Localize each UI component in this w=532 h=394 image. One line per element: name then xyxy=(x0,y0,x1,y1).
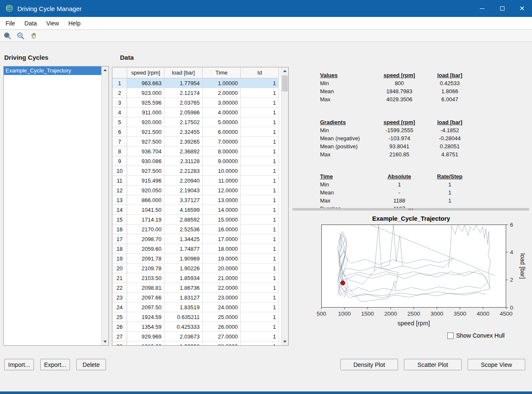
table-row[interactable]: 1963.6631.779541.000001 xyxy=(112,78,281,88)
row-number[interactable]: 22 xyxy=(112,283,127,293)
table-cell[interactable]: 16.0000 xyxy=(203,225,241,234)
table-cell[interactable]: 1.86736 xyxy=(164,283,203,293)
row-number[interactable]: 9 xyxy=(112,156,127,166)
table-row[interactable]: 10927.5002.2128310.00001 xyxy=(112,166,281,176)
table-cell[interactable]: 1 xyxy=(241,234,279,244)
table-cell[interactable]: 1.83127 xyxy=(164,293,203,302)
table-cell[interactable]: 1.77954 xyxy=(164,78,203,88)
table-cell[interactable]: 1 xyxy=(241,273,279,283)
table-row[interactable]: 281019.001.9999628.00001 xyxy=(112,341,281,345)
zoom-out-button[interactable] xyxy=(15,31,25,41)
table-cell[interactable]: 1 xyxy=(241,205,279,215)
table-row[interactable]: 8936.7042.368928.000001 xyxy=(112,147,281,156)
table-cell[interactable]: 1.85934 xyxy=(164,273,203,283)
table-cell[interactable]: 2097.50 xyxy=(127,302,164,312)
scroll-thumb[interactable] xyxy=(282,75,288,92)
import-button[interactable]: Import... xyxy=(4,359,34,370)
table-cell[interactable]: 1 xyxy=(241,244,279,254)
table-cell[interactable]: 2097.66 xyxy=(127,293,164,302)
table-cell[interactable]: 9.00000 xyxy=(203,156,241,166)
table-cell[interactable]: 1 xyxy=(241,78,279,88)
table-cell[interactable]: 1.83519 xyxy=(164,302,203,312)
table-cell[interactable]: 911.000 xyxy=(127,108,164,117)
row-number[interactable]: 3 xyxy=(112,98,127,108)
table-row[interactable]: 27929.9692.0367327.00001 xyxy=(112,332,281,341)
table-cell[interactable]: 915.496 xyxy=(127,176,164,186)
table-cell[interactable]: 17.0000 xyxy=(203,234,241,244)
row-number[interactable]: 21 xyxy=(112,273,127,283)
row-number[interactable]: 26 xyxy=(112,322,127,332)
table-cell[interactable]: 920.000 xyxy=(127,117,164,127)
table-cell[interactable]: 1019.00 xyxy=(127,341,164,345)
table-cell[interactable]: 0.425333 xyxy=(164,322,203,332)
table-cell[interactable]: 1.90969 xyxy=(164,254,203,264)
table-row[interactable]: 11915.4962.2094011.00001 xyxy=(112,176,281,186)
row-number[interactable]: 20 xyxy=(112,264,127,273)
table-cell[interactable]: 929.969 xyxy=(127,332,164,341)
table-cell[interactable]: 1 xyxy=(241,117,279,127)
row-number[interactable]: 18 xyxy=(112,244,127,254)
table-cell[interactable]: 927.500 xyxy=(127,137,164,147)
table-cell[interactable]: 6.00000 xyxy=(203,127,241,137)
table-cell[interactable]: 2.19043 xyxy=(164,186,203,195)
row-number[interactable]: 11 xyxy=(112,176,127,186)
table-cell[interactable]: 2.36892 xyxy=(164,147,203,156)
table-cell[interactable]: 2.32455 xyxy=(164,127,203,137)
table-cell[interactable]: 923.000 xyxy=(127,88,164,98)
row-number[interactable]: 16 xyxy=(112,225,127,234)
table-cell[interactable]: 930.086 xyxy=(127,156,164,166)
table-cell[interactable]: 26.0000 xyxy=(203,322,241,332)
row-number[interactable]: 27 xyxy=(112,332,127,341)
row-number[interactable]: 28 xyxy=(112,341,127,345)
table-cell[interactable]: 5.00000 xyxy=(203,117,241,127)
maximize-button[interactable] xyxy=(492,0,512,17)
table-cell[interactable]: 18.0000 xyxy=(203,244,241,254)
list-item[interactable]: Example_Cycle_Trajectory xyxy=(4,67,101,75)
row-number[interactable]: 13 xyxy=(112,195,127,205)
table-row[interactable]: 182059.601.7487718.00001 xyxy=(112,244,281,254)
table-cell[interactable]: 2059.60 xyxy=(127,244,164,254)
table-cell[interactable]: 1714.19 xyxy=(127,215,164,225)
density-plot-button[interactable]: Density Plot xyxy=(340,359,398,370)
table-cell[interactable]: 14.0000 xyxy=(203,205,241,215)
table-cell[interactable]: 1.34425 xyxy=(164,234,203,244)
table-row[interactable]: 222098.811.8673622.00001 xyxy=(112,283,281,293)
close-button[interactable]: ✕ xyxy=(512,0,532,17)
table-row[interactable]: 151714.192.8859215.00001 xyxy=(112,215,281,225)
row-number[interactable]: 19 xyxy=(112,254,127,264)
row-number[interactable]: 7 xyxy=(112,137,127,147)
splitter-handle[interactable] xyxy=(292,208,529,211)
menu-help[interactable]: Help xyxy=(64,18,85,29)
zoom-in-button[interactable] xyxy=(2,31,12,41)
table-cell[interactable]: 1041.50 xyxy=(127,205,164,215)
scope-view-button[interactable]: Scope View xyxy=(468,359,525,370)
table-cell[interactable]: 1 xyxy=(241,215,279,225)
table-cell[interactable]: 1 xyxy=(241,312,279,322)
table-cell[interactable]: 2098.70 xyxy=(127,234,164,244)
table-cell[interactable]: 20.0000 xyxy=(203,264,241,273)
table-row[interactable]: 6921.5002.324556.000001 xyxy=(112,127,281,137)
table-cell[interactable]: 2.03765 xyxy=(164,98,203,108)
table-row[interactable]: 192091.781.9096919.00001 xyxy=(112,254,281,264)
table-cell[interactable]: 21.0000 xyxy=(203,273,241,283)
table-row[interactable]: 7927.5002.392657.000001 xyxy=(112,137,281,147)
table-cell[interactable]: 1.74877 xyxy=(164,244,203,254)
table-cell[interactable]: 10.0000 xyxy=(203,166,241,176)
column-header[interactable]: Time xyxy=(203,67,241,78)
row-number[interactable]: 15 xyxy=(112,215,127,225)
row-number[interactable]: 2 xyxy=(112,88,127,98)
table-row[interactable]: 261354.590.42533326.00001 xyxy=(112,322,281,332)
table-cell[interactable]: 12.0000 xyxy=(203,186,241,195)
table-cell[interactable]: 22.0000 xyxy=(203,283,241,293)
table-cell[interactable]: 921.500 xyxy=(127,127,164,137)
table-row[interactable]: 232097.661.8312723.00001 xyxy=(112,293,281,302)
table-cell[interactable]: 1.99996 xyxy=(164,341,203,345)
table-cell[interactable]: 2.03673 xyxy=(164,332,203,341)
table-cell[interactable]: 963.663 xyxy=(127,78,164,88)
menu-file[interactable]: File xyxy=(1,18,20,29)
table-cell[interactable]: 2170.00 xyxy=(127,225,164,234)
export-button[interactable]: Export... xyxy=(40,359,70,370)
table-row[interactable]: 3925.5962.037653.000001 xyxy=(112,98,281,108)
table-cell[interactable]: 1 xyxy=(241,302,279,312)
table-cell[interactable]: 1 xyxy=(241,264,279,273)
